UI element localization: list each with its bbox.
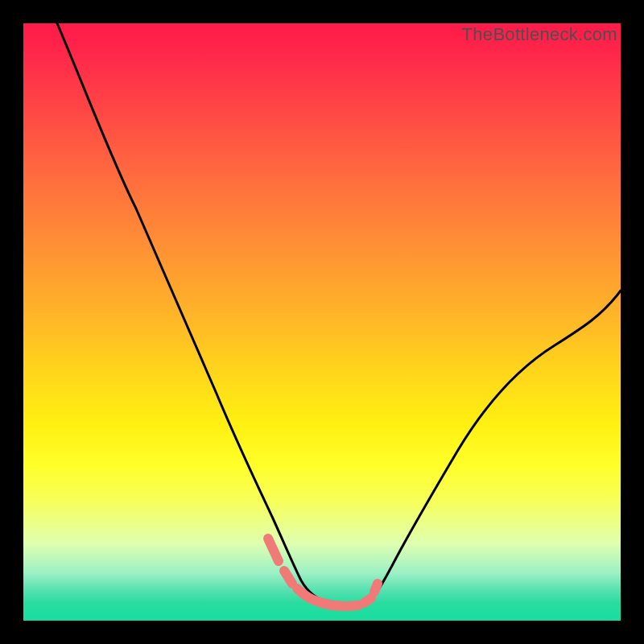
left-curve — [57, 23, 341, 606]
right-curve — [341, 291, 621, 606]
chart-frame: TheBottleneck.com — [0, 0, 644, 644]
plot-area — [23, 23, 621, 621]
watermark-text: TheBottleneck.com — [462, 24, 617, 45]
curve-overlay — [23, 23, 621, 621]
pink-marker-segment — [268, 539, 378, 606]
